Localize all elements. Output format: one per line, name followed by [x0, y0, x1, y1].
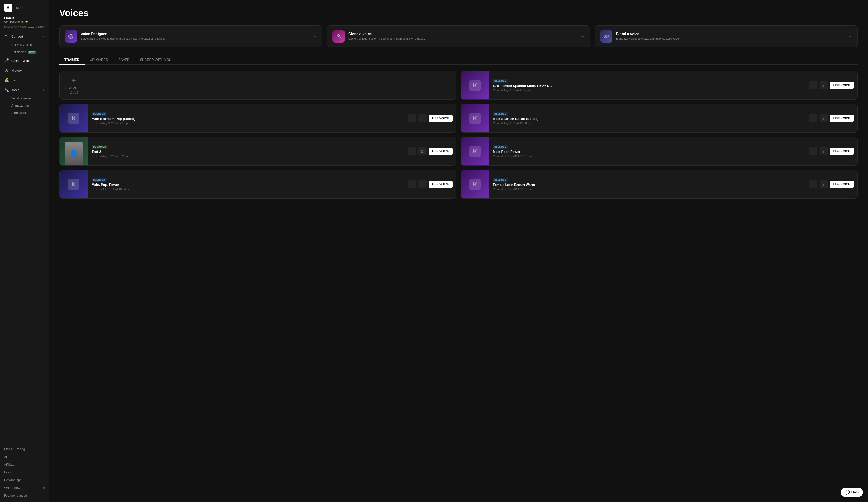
use-voice-btn-female-latin[interactable]: USE VOICE [830, 181, 854, 188]
voice-actions-male-rock: ··· ↑ USE VOICE [809, 147, 857, 155]
sidebar-item-ai-mastering[interactable]: AI mastering [11, 102, 49, 109]
test2-photo: 👤 [65, 142, 83, 166]
sidebar-item-desktop-app[interactable]: Desktop app [0, 476, 49, 484]
sidebar-item-earn[interactable]: 💰 Earn [0, 75, 49, 85]
voice-thumb-female-latin-breath: K [461, 170, 489, 198]
new-voice-card[interactable]: + NEW VOICE 10 / 12 [59, 71, 456, 100]
sidebar-item-harmonies[interactable]: Harmonies NEW [11, 49, 49, 56]
blend-voice-arrow-icon: → [848, 34, 852, 39]
use-voice-btn-male-bedroom[interactable]: USE VOICE [428, 115, 453, 122]
voice-share-btn-male-pop[interactable]: ↑ [418, 180, 426, 188]
voice-more-btn-male-bedroom[interactable]: ··· [408, 114, 416, 123]
voice-card-50-female-spanish: K BLENDED 50% Female Spanish Salsa + 50%… [461, 71, 858, 100]
klogo-male-spanish: K [469, 113, 481, 124]
clone-voice-icon [332, 30, 345, 42]
new-voice-label: NEW VOICE [64, 86, 83, 90]
sidebar-item-whats-new[interactable]: What's new [0, 484, 49, 492]
blend-voice-card[interactable]: Blend a voice Blend two voices to create… [595, 25, 858, 48]
earn-icon: 💰 [4, 78, 9, 83]
user-plan: Composer Plan ⚡ [4, 20, 28, 23]
voice-thumb-male-rock-power: K [461, 137, 489, 166]
voice-date-male-bedroom: Created Aug 9, 2024 12:17 pm [92, 122, 404, 125]
voice-actions-male-spanish: ··· ↑ USE VOICE [809, 114, 857, 123]
voice-more-btn-male-spanish[interactable]: ··· [809, 114, 817, 123]
clone-voice-desc: Clone a unique, custom voice directly fr… [348, 37, 577, 41]
voice-info-male-pop-power: BLENDED Male, Pop, Power Created Jul 12,… [88, 175, 408, 194]
voice-date-male-pop: Created Jul 12, 2024 10:34 am [92, 188, 404, 191]
sidebar-item-affiliate[interactable]: Affiliate [0, 461, 49, 469]
voice-actions-female-latin: ··· ↑ USE VOICE [809, 180, 857, 188]
voice-thumb-male-bedroom-pop: K [60, 104, 88, 133]
help-label: Help [851, 490, 859, 494]
voice-share-btn-male-bedroom[interactable]: ↑ [418, 114, 426, 123]
voice-badge-test2: DESIGNED [92, 145, 108, 149]
sidebar-item-api[interactable]: API [0, 453, 49, 461]
sidebar-item-vocal-remover[interactable]: Vocal remover [11, 95, 49, 102]
app-logo: K [4, 3, 12, 12]
use-voice-btn-male-spanish[interactable]: USE VOICE [830, 115, 854, 122]
sidebar-item-stem-splitter[interactable]: Stem splitter [11, 109, 49, 116]
sidebar-item-convert-vocals[interactable]: Convert vocals [11, 41, 49, 49]
use-voice-btn-male-rock[interactable]: USE VOICE [830, 148, 854, 155]
convert-sub: Convert vocals Harmonies NEW [0, 41, 49, 56]
voice-info-female-latin-breath: BLENDED Female Latin Breath Warm Created… [489, 175, 809, 194]
tab-saved[interactable]: SAVED [113, 55, 135, 65]
sidebar-item-create-voices[interactable]: 🎤 Create Voices [0, 56, 49, 65]
new-voice-count: 10 / 12 [69, 91, 78, 94]
voice-more-btn-test2[interactable]: ··· [408, 147, 416, 155]
voice-info-male-rock-power: BLENDED Male Rock Power Created Jul 12, … [489, 142, 809, 161]
voice-thumb-test2: 👤 [60, 137, 88, 166]
use-voice-btn-test2[interactable]: USE VOICE [428, 148, 453, 155]
sidebar-item-history[interactable]: ◷ History [0, 65, 49, 75]
sidebar-item-feature-requests[interactable]: Feature requests [0, 492, 49, 500]
voice-date-test2: Created Aug 7, 2024 10:27 am [92, 155, 404, 158]
voice-share-btn-50-female[interactable]: ↑ [819, 81, 828, 90]
voice-card-female-latin-breath: K BLENDED Female Latin Breath Warm Creat… [461, 170, 858, 199]
convert-expand-icon: ▼ [42, 35, 45, 38]
voice-share-btn-female-latin[interactable]: ↑ [819, 180, 828, 188]
sidebar-item-plans-pricing[interactable]: Plans & Pricing [0, 445, 49, 453]
download-track [28, 27, 33, 28]
help-button[interactable]: 💬 Help [841, 488, 863, 497]
voice-share-btn-male-rock[interactable]: ↑ [819, 147, 828, 155]
klogo-male-pop: K [68, 179, 80, 190]
voice-date-male-spanish: Created Aug 9, 2024 12:08 pm [493, 122, 806, 125]
blend-voice-title: Blend a voice [616, 32, 845, 36]
clone-voice-card[interactable]: Clone a voice Clone a unique, custom voi… [327, 25, 590, 48]
tab-uploaded[interactable]: UPLOADED [85, 55, 113, 65]
user-section[interactable]: LivieB Composer Plan ⚡ › [0, 14, 49, 24]
voice-name-male-rock: Male Rock Power [493, 150, 806, 154]
tab-shared-with-you[interactable]: SHARED WITH YOU [135, 55, 177, 65]
clone-voice-title: Clone a voice [348, 32, 577, 36]
nav-divider [0, 117, 49, 118]
voice-badge-50-female: BLENDED [493, 79, 508, 83]
voice-card-male-pop-power: K BLENDED Male, Pop, Power Created Jul 1… [59, 170, 456, 199]
new-voice-thumb: + NEW VOICE 10 / 12 [60, 71, 88, 100]
sidebar-item-convert[interactable]: ⟳ Convert ▼ [0, 31, 49, 41]
use-voice-btn-male-pop[interactable]: USE VOICE [428, 181, 453, 188]
sidebar-item-learn[interactable]: Learn [0, 469, 49, 476]
tools-expand-icon: ▼ [42, 88, 45, 92]
use-voice-btn-50-female[interactable]: USE VOICE [830, 82, 854, 89]
voice-actions-50-female: ··· ↑ USE VOICE [809, 81, 857, 90]
voice-more-btn-male-rock[interactable]: ··· [809, 147, 817, 155]
voice-designer-card[interactable]: Voice Designer Select traits & styles to… [59, 25, 322, 48]
svg-point-1 [338, 34, 340, 36]
voice-more-btn-female-latin[interactable]: ··· [809, 180, 817, 188]
voice-copy-btn-test2[interactable]: ⧉ [418, 147, 426, 155]
user-chevron-icon: › [44, 18, 45, 22]
voice-card-male-rock-power: K BLENDED Male Rock Power Created Jul 12… [461, 137, 858, 166]
voice-share-btn-male-spanish[interactable]: ↑ [819, 114, 828, 123]
voice-badge-male-pop: BLENDED [92, 178, 107, 182]
sidebar-nav: ⟳ Convert ▼ Convert vocals Harmonies NEW… [0, 31, 49, 444]
sidebar-item-tools[interactable]: 🔧 Tools ▼ [0, 85, 49, 95]
voices-tabs: TRAINED UPLOADED SAVED SHARED WITH YOU [59, 55, 858, 65]
tab-trained[interactable]: TRAINED [59, 55, 85, 65]
voice-name-50-female: 50% Female Spanish Salsa + 50% S... [493, 84, 806, 87]
voice-more-btn-50-female[interactable]: ··· [809, 81, 817, 90]
voice-more-btn-male-pop[interactable]: ··· [408, 180, 416, 188]
klogo-male-rock: K [469, 146, 481, 157]
clone-voice-text: Clone a voice Clone a unique, custom voi… [348, 32, 577, 41]
feature-cards-row: Voice Designer Select traits & styles to… [59, 25, 858, 48]
history-icon: ◷ [4, 68, 9, 73]
